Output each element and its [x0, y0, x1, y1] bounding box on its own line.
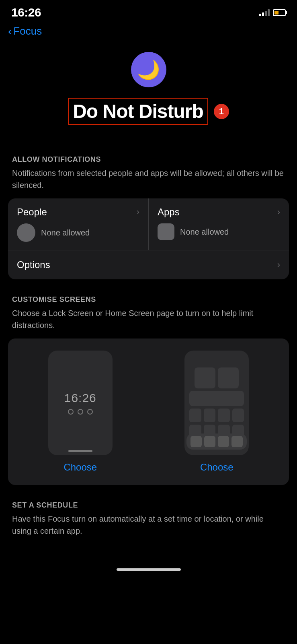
title-row: Do Not Disturb 1 [0, 95, 297, 139]
status-time: 16:26 [11, 6, 41, 19]
grid-icon-sm [189, 409, 201, 422]
notification-badge: 1 [214, 104, 229, 119]
moon-icon: 🌙 [131, 52, 166, 87]
allow-notifications-label: ALLOW NOTIFICATIONS [0, 155, 297, 167]
options-chevron-icon: › [277, 260, 280, 270]
grid-icon [218, 367, 239, 388]
battery-icon [273, 9, 286, 16]
home-screen-mockup [184, 351, 249, 455]
apps-label: Apps [158, 206, 180, 218]
customise-screens-section: CUSTOMISE SCREENS Choose a Lock Screen o… [0, 279, 297, 485]
status-icons [259, 9, 286, 16]
grid-icon-wide [189, 391, 244, 406]
home-bar-pill [117, 568, 181, 571]
dock-icon-2 [204, 436, 215, 447]
people-header: People › [17, 206, 139, 218]
options-item[interactable]: Options › [8, 250, 289, 279]
people-none-allowed: None allowed [41, 228, 90, 237]
allow-notifications-card: People › None allowed Apps › None allowe… [8, 198, 289, 279]
allow-notifications-desc: Notifications from selected people and a… [0, 167, 297, 198]
lock-dot-2 [78, 409, 83, 415]
grid-icon-sm [218, 409, 230, 422]
back-label: Focus [13, 25, 42, 37]
people-avatar-icon [17, 223, 35, 242]
people-item[interactable]: People › None allowed [8, 198, 149, 250]
dock-icon-4 [231, 436, 243, 447]
lock-screen-item: 16:26 Choose [16, 351, 145, 473]
people-chevron-icon: › [137, 207, 139, 217]
customise-screens-label: CUSTOMISE SCREENS [0, 295, 297, 307]
people-label: People [17, 206, 47, 218]
lock-dot-1 [68, 409, 74, 415]
schedule-label: SET A SCHEDULE [0, 501, 297, 513]
people-apps-row: People › None allowed Apps › None allowe… [8, 198, 289, 250]
grid-row-1 [189, 367, 244, 388]
home-bar [0, 560, 297, 577]
grid-icon-sm [232, 409, 244, 422]
schedule-section: SET A SCHEDULE Have this Focus turn on a… [0, 485, 297, 544]
lock-screen-mockup: 16:26 [48, 351, 113, 455]
grid-icon-sm [204, 409, 216, 422]
back-nav[interactable]: ‹ Focus [0, 22, 297, 44]
allow-notifications-section: ALLOW NOTIFICATIONS Notifications from s… [0, 139, 297, 279]
apps-chevron-icon: › [277, 207, 280, 217]
signal-icon [259, 9, 270, 16]
status-bar: 16:26 [0, 0, 297, 22]
screen-chooser-card: 16:26 Choose [8, 339, 289, 485]
choose-lock-screen-button[interactable]: Choose [63, 462, 97, 473]
apps-sub: None allowed [158, 223, 280, 240]
schedule-desc: Have this Focus turn on automatically at… [0, 513, 297, 544]
page-title: Do Not Disturb [68, 98, 208, 125]
home-screen-item: Choose [153, 351, 281, 473]
choose-home-screen-button[interactable]: Choose [200, 462, 234, 473]
options-label: Options [17, 259, 50, 270]
focus-icon-container: 🌙 [0, 44, 297, 95]
lock-screen-content: 16:26 [64, 391, 96, 415]
customise-screens-desc: Choose a Lock Screen or Home Screen page… [0, 307, 297, 339]
home-screen-grid [184, 363, 249, 443]
dock-bar [186, 433, 247, 450]
dock-icon-3 [218, 436, 229, 447]
grid-row-2 [189, 391, 244, 406]
back-chevron-icon: ‹ [8, 26, 12, 37]
lock-time: 16:26 [64, 391, 96, 405]
lock-dots [68, 409, 93, 415]
app-icon-placeholder [158, 223, 174, 240]
lock-dot-3 [87, 409, 93, 415]
apps-item[interactable]: Apps › None allowed [149, 198, 289, 250]
apps-header: Apps › [158, 206, 280, 218]
lock-home-indicator [68, 450, 92, 452]
people-sub: None allowed [17, 223, 139, 242]
grid-icon [195, 367, 215, 388]
dock-icon-1 [190, 436, 202, 447]
grid-row-3 [189, 409, 244, 422]
apps-none-allowed: None allowed [180, 227, 229, 237]
